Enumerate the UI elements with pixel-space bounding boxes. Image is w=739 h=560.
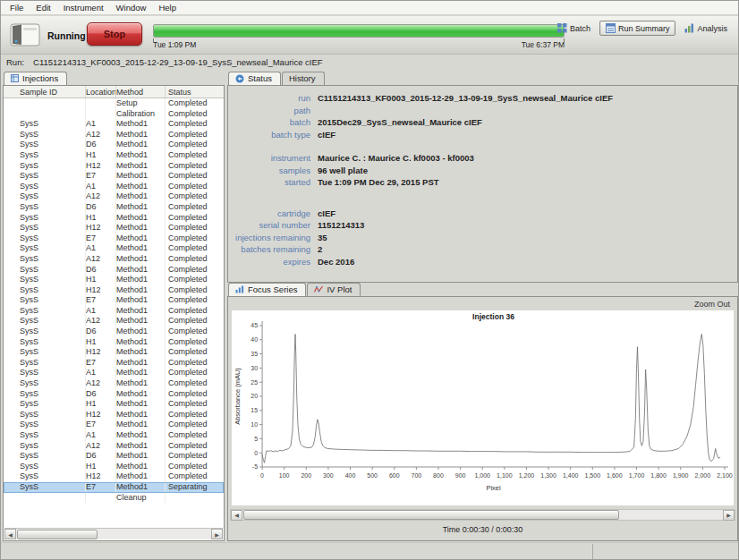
- chart-canvas[interactable]: Injection 36-505101520253035404501002003…: [232, 310, 734, 505]
- svg-text:10: 10: [251, 421, 258, 428]
- field-value: Dec 2016: [318, 256, 354, 268]
- table-row[interactable]: SysSA12Method1Completed: [4, 191, 224, 202]
- table-row[interactable]: Cleanup: [4, 493, 224, 504]
- menu-item-help[interactable]: Help: [152, 2, 183, 13]
- progress-start-tick: [153, 38, 154, 43]
- table-row[interactable]: SysSE7Method1Separating: [4, 482, 224, 493]
- focus-series-chart[interactable]: Injection 36-505101520253035404501002003…: [232, 310, 734, 505]
- scroll-left-arrow[interactable]: ◀: [4, 529, 16, 539]
- time-label: Time 0:00:30 / 0:00:30: [228, 525, 737, 534]
- cell-method: Method1: [116, 316, 166, 327]
- table-row[interactable]: SysSE7Method1Completed: [4, 171, 224, 182]
- svg-text:300: 300: [323, 472, 334, 479]
- field-label: samples: [228, 165, 310, 177]
- table-row[interactable]: SysSH1Method1Completed: [4, 399, 224, 410]
- tab-history[interactable]: History: [282, 72, 325, 85]
- table-row[interactable]: SysSH12Method1Completed: [4, 161, 224, 172]
- cell-status: Completed: [166, 378, 224, 389]
- cell-sample-id: SysS: [4, 410, 86, 420]
- chart-scroll-thumb[interactable]: [243, 510, 619, 520]
- table-row[interactable]: SysSA12Method1Completed: [4, 378, 224, 389]
- table-row[interactable]: SysSD6Method1Completed: [4, 265, 224, 276]
- stop-button[interactable]: Stop: [87, 22, 142, 46]
- cell-method: Method1: [116, 161, 166, 172]
- cell-method: Method1: [116, 327, 166, 337]
- cell-sample-id: SysS: [4, 119, 86, 130]
- table-row[interactable]: SysSH12Method1Completed: [4, 285, 224, 296]
- table-row[interactable]: SysSH12Method1Completed: [4, 347, 224, 358]
- cell-sample-id: SysS: [4, 347, 86, 358]
- table-row[interactable]: SysSA12Method1Completed: [4, 130, 224, 140]
- cell-status: Completed: [166, 233, 224, 244]
- table-row[interactable]: SysSA1Method1Completed: [4, 430, 224, 441]
- cell-sample-id: SysS: [4, 327, 86, 337]
- progress-fill: [154, 25, 564, 37]
- table-row[interactable]: SysSH12Method1Completed: [4, 410, 224, 420]
- menu-item-window[interactable]: Window: [110, 2, 153, 13]
- table-row[interactable]: SysSE7Method1Completed: [4, 233, 224, 244]
- cell-location: E7: [86, 482, 116, 493]
- scroll-thumb[interactable]: [17, 530, 98, 539]
- svg-text:500: 500: [367, 472, 378, 479]
- tab-focus-series[interactable]: Focus Series: [228, 283, 306, 296]
- table-row[interactable]: SysSH1Method1Completed: [4, 150, 224, 161]
- tab-injections[interactable]: Injections: [4, 72, 67, 85]
- app-window: FileEditInstrumentWindowHelp Running Sto…: [0, 0, 739, 560]
- table-row[interactable]: SysSH12Method1Completed: [4, 223, 224, 233]
- table-row[interactable]: SysSH1Method1Completed: [4, 462, 224, 472]
- chart-scroll-right-arrow[interactable]: ▶: [723, 510, 735, 521]
- table-row[interactable]: SysSD6Method1Completed: [4, 140, 224, 150]
- table-row[interactable]: SysSH1Method1Completed: [4, 275, 224, 285]
- table-row[interactable]: SysSA12Method1Completed: [4, 441, 224, 452]
- batch-button[interactable]: Batch: [551, 21, 597, 36]
- table-row[interactable]: SysSD6Method1Completed: [4, 451, 224, 462]
- cell-sample-id: SysS: [4, 213, 86, 224]
- menu-item-edit[interactable]: Edit: [30, 2, 56, 13]
- cell-sample-id: SysS: [4, 150, 86, 161]
- table-row[interactable]: SysSD6Method1Completed: [4, 327, 224, 337]
- table-row[interactable]: SysSE7Method1Completed: [4, 358, 224, 369]
- svg-text:20: 20: [251, 394, 258, 400]
- table-row[interactable]: SysSH1Method1Completed: [4, 213, 224, 224]
- field-value: cIEF: [318, 129, 336, 141]
- field-value: 1151214313: [318, 219, 364, 232]
- table-row[interactable]: SysSA1Method1Completed: [4, 182, 224, 192]
- zoom-out-link[interactable]: Zoom Out: [694, 300, 730, 309]
- table-row[interactable]: SysSA1Method1Completed: [4, 306, 224, 317]
- table-row[interactable]: CalibrationCompleted: [4, 109, 224, 120]
- tab-status[interactable]: Status: [228, 72, 281, 85]
- table-row[interactable]: SysSH12Method1Completed: [4, 471, 224, 482]
- table-row[interactable]: SysSA12Method1Completed: [4, 254, 224, 265]
- table-row[interactable]: SysSA12Method1Completed: [4, 316, 224, 327]
- cell-status: Completed: [166, 451, 224, 462]
- table-row[interactable]: SysSA1Method1Completed: [4, 119, 224, 130]
- cell-sample-id: SysS: [4, 482, 86, 493]
- table-row[interactable]: SysSD6Method1Completed: [4, 202, 224, 213]
- chart-scroll-left-arrow[interactable]: ◀: [231, 510, 242, 521]
- scroll-right-arrow[interactable]: ▶: [211, 529, 223, 539]
- cell-method: Method1: [116, 265, 166, 276]
- cell-sample-id: SysS: [4, 233, 86, 244]
- menu-item-file[interactable]: File: [4, 2, 30, 13]
- cell-method: Method1: [116, 295, 166, 306]
- svg-text:30: 30: [251, 365, 258, 371]
- table-row[interactable]: SysSE7Method1Completed: [4, 420, 224, 430]
- table-row[interactable]: SysSE7Method1Completed: [4, 295, 224, 306]
- cell-status: Completed: [166, 150, 224, 161]
- cell-location: D6: [86, 327, 116, 337]
- table-row[interactable]: SysSA1Method1Completed: [4, 243, 224, 254]
- menu-item-instrument[interactable]: Instrument: [57, 2, 110, 13]
- table-row[interactable]: SetupCompleted: [4, 98, 224, 109]
- cell-method: Method1: [116, 223, 166, 233]
- tab-iv-plot[interactable]: IV Plot: [307, 283, 361, 296]
- status-field: injections remaining35: [228, 232, 737, 244]
- analysis-button[interactable]: Analysis: [678, 21, 734, 36]
- table-row[interactable]: SysSA1Method1Completed: [4, 368, 224, 378]
- cell-method: Method1: [116, 451, 166, 462]
- run-summary-button[interactable]: Run Summary: [599, 21, 676, 36]
- cell-status: Completed: [166, 295, 224, 306]
- table-row[interactable]: SysSD6Method1Completed: [4, 389, 224, 400]
- cell-sample-id: SysS: [4, 399, 86, 410]
- table-row[interactable]: SysSH1Method1Completed: [4, 337, 224, 348]
- cell-status: Completed: [166, 420, 224, 430]
